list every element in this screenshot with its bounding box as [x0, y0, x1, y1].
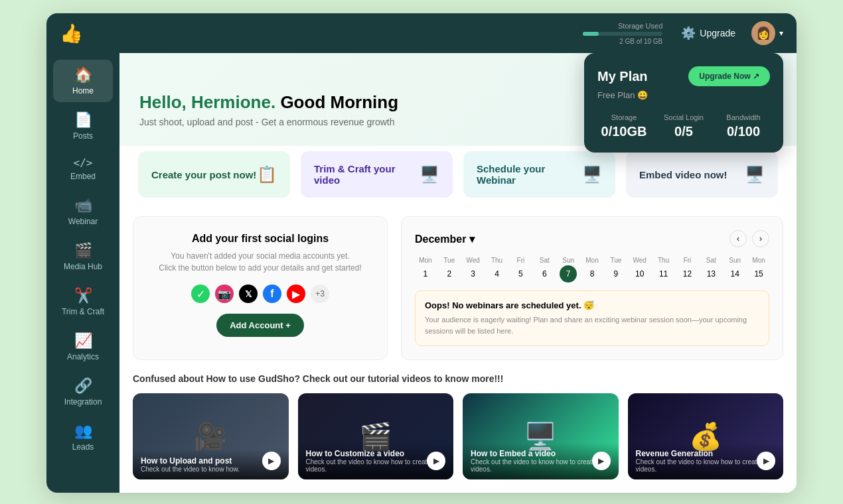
hero-morning: Good Morning — [280, 92, 398, 112]
avatar-wrap[interactable]: 👩 ▾ — [751, 21, 783, 45]
hero-text: Hello, Hermione. Good Morning Just shoot… — [139, 92, 398, 127]
play-button-4[interactable]: ▶ — [757, 452, 775, 470]
storage-section: Storage Used 2 GB of 10 GB — [583, 22, 662, 45]
social-icons-row: ✓ 📷 𝕏 f ▶ +3 — [149, 284, 371, 303]
sidebar-label-analytics: Analytics — [67, 352, 99, 361]
cal-day-11: Thu11 — [653, 257, 674, 283]
instagram-icon: 📷 — [215, 284, 234, 303]
analytics-icon: 📈 — [74, 332, 92, 349]
sidebar-item-trim[interactable]: ✂️ Trim & Craft — [53, 281, 113, 323]
calendar-header: December ▾ ‹ › — [415, 230, 769, 247]
create-post-icon: 📋 — [257, 165, 277, 184]
cal-day-3: Wed3 — [463, 257, 484, 283]
trim-craft-card[interactable]: Trim & Craft your video 🖥️ — [301, 151, 453, 198]
storage-bar-bg — [583, 32, 662, 36]
tutorial-card-4[interactable]: 💰 Revenue Generation Check out the video… — [628, 393, 784, 479]
plan-popup: My Plan Upgrade Now ↗ Free Plan 😀 Storag… — [584, 53, 783, 153]
avatar: 👩 — [751, 21, 775, 45]
play-button-3[interactable]: ▶ — [592, 452, 611, 470]
plan-stat-bandwidth: Bandwidth 0/100 — [717, 113, 770, 139]
twitter-icon: 𝕏 — [239, 284, 258, 303]
storage-bar-fill — [583, 32, 599, 36]
schedule-webinar-card[interactable]: Schedule your Webinar 🖥️ — [463, 151, 615, 198]
social-stat-value: 0/5 — [657, 124, 710, 139]
sidebar-item-home[interactable]: 🏠 Home — [53, 60, 113, 102]
trim-craft-label: Trim & Craft your video — [314, 163, 420, 186]
cal-day-10: Wed10 — [629, 257, 651, 283]
plan-free-label: Free Plan 😀 — [597, 90, 770, 100]
tutorial-card-2[interactable]: 🎬 How to Customize a video Check out the… — [298, 393, 454, 479]
sidebar-item-leads[interactable]: 👥 Leads — [53, 416, 113, 458]
sidebar: 🏠 Home 📄 Posts </> Embed 📹 Webinar 🎬 Med… — [46, 53, 119, 493]
action-cards: Create your post now! 📋 Trim & Craft you… — [133, 146, 783, 203]
play-button-1[interactable]: ▶ — [262, 452, 281, 470]
upgrade-now-button[interactable]: Upgrade Now ↗ — [688, 66, 770, 86]
tutorial-card-1[interactable]: 🎥 How to Upload and post Check out the v… — [133, 393, 289, 479]
create-post-card[interactable]: Create your post now! 📋 — [138, 151, 290, 198]
main-content: My Plan Upgrade Now ↗ Free Plan 😀 Storag… — [119, 53, 797, 493]
leads-icon: 👥 — [74, 422, 92, 440]
sidebar-item-webinar[interactable]: 📹 Webinar — [53, 190, 113, 233]
plan-header: My Plan Upgrade Now ↗ — [597, 66, 770, 86]
hero-greeting: Hello, Hermione. Good Morning — [139, 92, 398, 113]
plan-title: My Plan — [597, 69, 648, 84]
social-panel-title: Add your first social logins — [149, 233, 371, 245]
calendar-panel: December ▾ ‹ › Mon1 Tue2 Wed3 Thu4 Fri5 … — [401, 216, 783, 360]
storage-stat-label: Storage — [597, 113, 651, 121]
tutorial-sub-3: Check out the video to know how to creat… — [471, 458, 611, 473]
embed-icon: </> — [74, 157, 93, 169]
schedule-webinar-label: Schedule your Webinar — [477, 163, 582, 186]
plan-stat-social: Social Login 0/5 — [657, 113, 710, 139]
sidebar-item-embed[interactable]: </> Embed — [53, 150, 113, 188]
webinar-notice-title: Oops! No webinars are scheduled yet. 😴 — [425, 300, 759, 310]
add-account-button[interactable]: Add Account + — [216, 314, 304, 337]
upgrade-button[interactable]: ⚙️ Upgrade — [681, 26, 735, 40]
tutorial-title-3: How to Embed a video — [471, 449, 611, 458]
create-post-label: Create your post now! — [151, 169, 256, 180]
home-icon: 🏠 — [74, 66, 92, 84]
sidebar-item-analytics[interactable]: 📈 Analytics — [53, 326, 113, 368]
cal-day-15: Mon15 — [748, 257, 769, 283]
embed-video-card[interactable]: Embed video now! 🖥️ — [626, 151, 778, 198]
app-logo: 👍 — [60, 23, 83, 44]
sidebar-item-integration[interactable]: 🔗 Integration — [53, 371, 113, 413]
bandwidth-stat-value: 0/100 — [717, 124, 770, 139]
facebook-icon: f — [263, 284, 281, 303]
sidebar-item-posts[interactable]: 📄 Posts — [53, 105, 113, 147]
calendar-nav: ‹ › — [729, 230, 769, 247]
cal-day-12: Fri12 — [677, 257, 698, 283]
tutorial-sub-4: Check out the video to know how to creat… — [636, 458, 776, 473]
cal-day-5: Fri5 — [510, 257, 531, 283]
sidebar-item-media[interactable]: 🎬 Media Hub — [53, 235, 113, 278]
webinar-notice-text: Your audience is eagerly waiting! Plan a… — [425, 314, 759, 336]
youtube-icon: ▶ — [287, 284, 305, 303]
webinar-notice: Oops! No webinars are scheduled yet. 😴 Y… — [415, 290, 769, 346]
cal-day-7-today: Sun7 — [558, 257, 579, 283]
app-window: 👍 Storage Used 2 GB of 10 GB ⚙️ Upgrade … — [46, 13, 797, 493]
calendar-next-button[interactable]: › — [752, 230, 769, 247]
tutorial-card-3[interactable]: 🖥️ How to Embed a video Check out the vi… — [463, 393, 619, 479]
tutorial-sub-1: Check out the video to know how. — [141, 466, 281, 473]
avatar-chevron-icon: ▾ — [779, 29, 783, 38]
topbar: 👍 Storage Used 2 GB of 10 GB ⚙️ Upgrade … — [46, 13, 797, 53]
social-panel: Add your first social logins You haven't… — [133, 216, 388, 360]
cal-day-9: Tue9 — [605, 257, 627, 283]
trim-craft-card-icon: 🖥️ — [420, 165, 439, 184]
social-stat-label: Social Login — [657, 113, 710, 121]
posts-icon: 📄 — [74, 111, 92, 129]
calendar-prev-button[interactable]: ‹ — [729, 230, 747, 247]
cal-day-2: Tue2 — [439, 257, 460, 283]
main-layout: 🏠 Home 📄 Posts </> Embed 📹 Webinar 🎬 Med… — [46, 53, 797, 493]
play-button-2[interactable]: ▶ — [427, 452, 445, 470]
sidebar-label-integration: Integration — [64, 397, 102, 407]
storage-value: 2 GB of 10 GB — [619, 38, 662, 45]
plan-stat-storage: Storage 0/10GB — [597, 113, 651, 139]
tutorials-heading: Confused about How to use GudSho? Check … — [133, 373, 783, 384]
hero-subtitle: Just shoot, upload and post - Get a enor… — [139, 117, 398, 127]
calendar-title: December ▾ — [415, 233, 475, 245]
sidebar-label-trim: Trim & Craft — [62, 307, 104, 316]
cal-day-4: Thu4 — [487, 257, 508, 283]
sidebar-label-leads: Leads — [72, 442, 94, 452]
tutorial-title-4: Revenue Generation — [636, 449, 776, 458]
bottom-panels: Add your first social logins You haven't… — [119, 216, 797, 373]
